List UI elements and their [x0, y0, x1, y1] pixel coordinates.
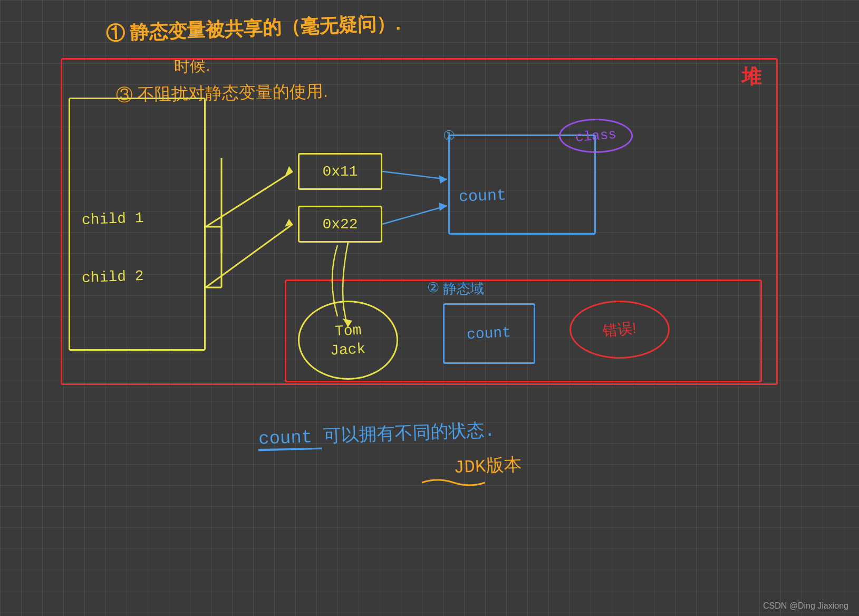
- static-count-box: count: [443, 303, 535, 364]
- tom-jack-oval: Tom Jack: [298, 301, 398, 380]
- addr-box-0x22: 0x22: [298, 206, 382, 243]
- tom-text: Tom: [334, 322, 362, 340]
- child1-label: child 1: [81, 210, 144, 228]
- addr-box-0x11: 0x11: [298, 153, 382, 190]
- title-line1: ① 静态变量被共享的（毫无疑问）.: [105, 11, 401, 47]
- jack-text: Jack: [330, 341, 366, 359]
- csdn-watermark: CSDN @Ding Jiaxiong: [763, 601, 848, 611]
- bottom-count-text: count 可以拥有不同的状态.: [258, 418, 495, 450]
- error-oval: 错误!: [570, 301, 670, 359]
- child2-label: child 2: [81, 268, 144, 286]
- jdk-version-text: JDK版本: [453, 453, 522, 479]
- static-area-label: 静态域: [443, 280, 484, 298]
- canvas: ① 静态变量被共享的（毫无疑问）. 时候. ③ 不阻扰对静态变量的使用. 堆 c…: [0, 0, 859, 616]
- count-label-blue: count: [458, 186, 506, 206]
- class-oval: class: [559, 119, 633, 153]
- circle-num-2: ②: [427, 280, 439, 296]
